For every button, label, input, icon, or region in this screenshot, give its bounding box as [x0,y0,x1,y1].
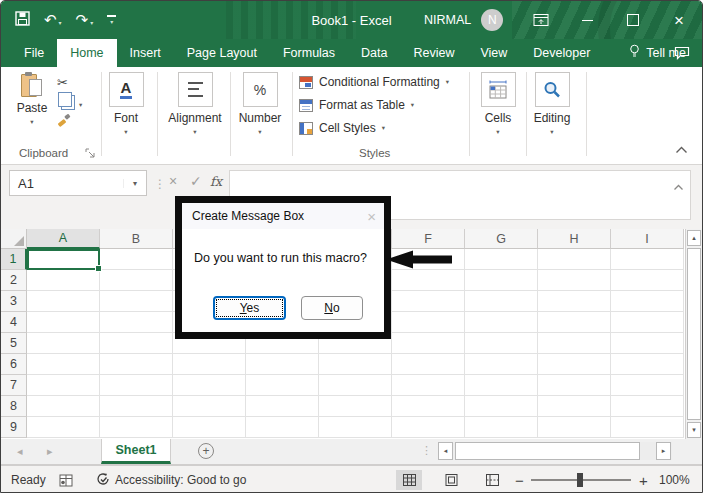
select-all-corner[interactable] [1,229,27,249]
dialog-close-icon[interactable]: × [367,203,376,229]
cell-H2[interactable] [538,270,611,291]
cell-B9[interactable] [100,417,173,438]
row-header-8[interactable]: 8 [1,396,27,417]
column-header-H[interactable]: H [538,229,611,249]
avatar[interactable]: N [481,9,503,31]
tab-page-layout[interactable]: Page Layout [174,39,270,67]
tab-scroll-split-handle[interactable]: ⋮ [421,444,432,457]
copy-icon[interactable] [57,95,75,113]
previous-sheet-icon[interactable]: ◂ [17,445,23,458]
column-header-I[interactable]: I [611,229,684,249]
cell-B2[interactable] [100,270,173,291]
cell-A7[interactable] [27,375,100,396]
cell-F2[interactable] [392,270,465,291]
cell-G9[interactable] [465,417,538,438]
row-header-4[interactable]: 4 [1,312,27,333]
cell-G5[interactable] [465,333,538,354]
enter-icon[interactable]: ✓ [190,173,202,189]
editing-group-button[interactable]: Editing ▾ [529,72,575,136]
cell-A9[interactable] [27,417,100,438]
cell-B7[interactable] [100,375,173,396]
new-sheet-icon[interactable]: + [198,443,214,459]
normal-view-icon[interactable] [396,470,422,490]
page-break-preview-icon[interactable] [479,470,505,490]
tab-view[interactable]: View [467,39,520,67]
name-box-dropdown-icon[interactable]: ▾ [123,179,146,188]
formula-bar-resize-handle[interactable]: ⋮ [154,177,166,191]
cell-H5[interactable] [538,333,611,354]
zoom-out-icon[interactable]: − [515,466,524,493]
column-header-A[interactable]: A [27,229,100,249]
cell-C8[interactable] [173,396,246,417]
undo-button[interactable]: ↶▾ [44,11,62,29]
clipboard-dialog-launcher-icon[interactable] [85,147,95,161]
scroll-down-icon[interactable]: ▾ [687,422,701,438]
cell-A2[interactable] [27,270,100,291]
row-header-7[interactable]: 7 [1,375,27,396]
cell-F6[interactable] [392,354,465,375]
tab-formulas[interactable]: Formulas [270,39,348,67]
cell-F8[interactable] [392,396,465,417]
cells-group-button[interactable]: Cells ▾ [475,72,521,136]
cell-F3[interactable] [392,291,465,312]
horizontal-scroll-thumb[interactable] [455,442,640,460]
cell-E8[interactable] [319,396,392,417]
cell-B1[interactable] [100,249,173,270]
scroll-left-icon[interactable]: ◂ [438,442,453,460]
cell-I9[interactable] [611,417,684,438]
page-layout-view-icon[interactable] [438,470,464,490]
cell-G3[interactable] [465,291,538,312]
cell-H7[interactable] [538,375,611,396]
tab-developer[interactable]: Developer [520,39,603,67]
cell-I8[interactable] [611,396,684,417]
cell-I7[interactable] [611,375,684,396]
cell-B6[interactable] [100,354,173,375]
cell-D6[interactable] [246,354,319,375]
customize-qat-button[interactable]: ▾ [107,15,116,25]
collapse-ribbon-icon[interactable] [675,143,688,157]
paste-button[interactable]: Paste ▾ [9,72,55,126]
cell-B4[interactable] [100,312,173,333]
cell-G4[interactable] [465,312,538,333]
row-header-2[interactable]: 2 [1,270,27,291]
cell-F4[interactable] [392,312,465,333]
row-header-1[interactable]: 1 [1,249,27,270]
cell-D8[interactable] [246,396,319,417]
collapse-formula-bar-icon[interactable] [673,177,684,195]
fill-handle[interactable] [95,265,102,272]
insert-function-icon[interactable]: fx [210,174,222,189]
conditional-formatting-button[interactable]: Conditional Formatting ▾ [299,75,449,89]
cell-B3[interactable] [100,291,173,312]
format-painter-icon[interactable] [57,113,72,131]
accessibility-status[interactable]: Accessibility: Good to go [96,466,246,493]
name-box[interactable]: A1 ▾ [9,170,147,196]
cell-F5[interactable] [392,333,465,354]
cell-A6[interactable] [27,354,100,375]
redo-button[interactable]: ↷▾ [76,11,94,29]
row-header-6[interactable]: 6 [1,354,27,375]
cell-A4[interactable] [27,312,100,333]
column-header-F[interactable]: F [392,229,465,249]
format-as-table-button[interactable]: Format as Table ▾ [299,98,414,112]
cell-A3[interactable] [27,291,100,312]
cell-styles-button[interactable]: Cell Styles ▾ [299,121,385,135]
cell-G2[interactable] [465,270,538,291]
cell-H9[interactable] [538,417,611,438]
cell-H4[interactable] [538,312,611,333]
cell-H3[interactable] [538,291,611,312]
tab-file[interactable]: File [11,39,57,67]
column-header-G[interactable]: G [465,229,538,249]
vertical-scrollbar[interactable]: ▴ ▾ [685,229,702,439]
cell-I1[interactable] [611,249,684,270]
cell-B8[interactable] [100,396,173,417]
ribbon-display-options-icon[interactable] [518,1,564,39]
number-group-button[interactable]: % Number ▾ [234,72,286,136]
minimize-button[interactable] [564,1,610,39]
cell-E7[interactable] [319,375,392,396]
vertical-scroll-thumb[interactable] [687,248,701,420]
selected-cell-a1[interactable] [27,249,100,270]
cell-C7[interactable] [173,375,246,396]
cell-G1[interactable] [465,249,538,270]
zoom-slider-thumb[interactable] [577,473,583,487]
cell-A5[interactable] [27,333,100,354]
